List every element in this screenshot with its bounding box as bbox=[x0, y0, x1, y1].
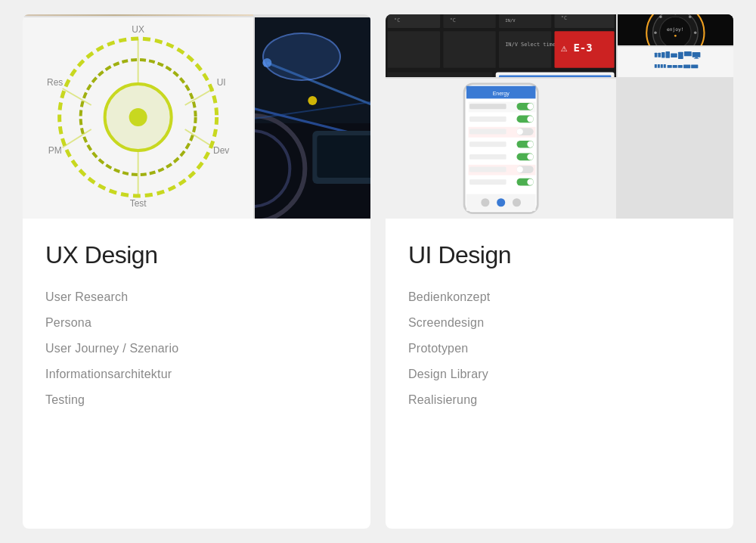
svg-text:Res: Res bbox=[47, 77, 63, 88]
ui-card-title: UI Design bbox=[408, 241, 711, 269]
svg-point-203 bbox=[527, 141, 533, 147]
svg-text:Energy: Energy bbox=[493, 92, 510, 98]
svg-point-163 bbox=[674, 35, 677, 37]
ui-image-mobile-app: Energy bbox=[386, 79, 616, 219]
ui-list-item-2[interactable]: Screendesign bbox=[408, 316, 711, 330]
ux-card-title: UX Design bbox=[45, 241, 348, 269]
svg-rect-213 bbox=[469, 180, 507, 185]
ux-list-item-3[interactable]: User Journey / Szenario bbox=[45, 342, 348, 355]
svg-rect-175 bbox=[655, 64, 657, 68]
svg-text:Dev: Dev bbox=[213, 145, 229, 156]
svg-rect-178 bbox=[664, 64, 666, 68]
svg-rect-173 bbox=[696, 57, 699, 57]
ui-design-card: ↑000.0 °C 00.0 ↑000.0 °C 00.0 ↑000.0 °C … bbox=[386, 14, 733, 529]
svg-rect-205 bbox=[469, 154, 507, 160]
svg-rect-179 bbox=[668, 65, 672, 68]
svg-rect-164 bbox=[650, 47, 701, 78]
svg-text:IN/V Select time: IN/V Select time bbox=[505, 42, 556, 48]
svg-text:°C: °C bbox=[394, 17, 400, 23]
svg-rect-110 bbox=[499, 31, 551, 68]
svg-rect-174 bbox=[694, 58, 699, 59]
ux-card-content: UX Design User Research Persona User Jou… bbox=[23, 219, 370, 529]
svg-rect-172 bbox=[692, 52, 701, 57]
ux-image-grid: UX UI Dev Test PM Res bbox=[23, 14, 370, 219]
svg-rect-166 bbox=[658, 52, 662, 57]
svg-point-159 bbox=[694, 31, 696, 33]
svg-rect-170 bbox=[678, 51, 683, 58]
ui-list-item-4[interactable]: Design Library bbox=[408, 368, 711, 381]
svg-text:°C: °C bbox=[450, 17, 456, 23]
svg-point-215 bbox=[527, 179, 533, 185]
ux-design-card: UX UI Dev Test PM Res bbox=[23, 14, 370, 529]
svg-rect-180 bbox=[673, 65, 677, 68]
svg-text:enjoy!: enjoy! bbox=[667, 26, 684, 33]
ui-image-device-icons bbox=[618, 47, 733, 78]
svg-rect-189 bbox=[469, 104, 507, 110]
svg-point-191 bbox=[527, 104, 533, 110]
svg-point-40 bbox=[129, 108, 147, 126]
svg-rect-181 bbox=[678, 65, 683, 68]
ui-list-item-1[interactable]: Bedienkonzept bbox=[408, 290, 711, 304]
svg-point-219 bbox=[513, 199, 521, 207]
svg-text:Test: Test bbox=[130, 198, 147, 209]
svg-point-158 bbox=[689, 16, 691, 18]
svg-rect-114 bbox=[388, 72, 493, 77]
ui-card-list: Bedienkonzept Screendesign Prototypen De… bbox=[408, 290, 711, 407]
svg-rect-183 bbox=[691, 64, 698, 68]
svg-rect-177 bbox=[661, 64, 663, 68]
svg-rect-176 bbox=[658, 64, 660, 68]
ui-card-content: UI Design Bedienkonzept Screendesign Pro… bbox=[386, 219, 733, 529]
svg-rect-167 bbox=[662, 52, 665, 57]
svg-rect-109 bbox=[443, 31, 495, 68]
svg-rect-193 bbox=[469, 116, 507, 122]
svg-rect-197 bbox=[469, 129, 507, 135]
ux-list-item-2[interactable]: Persona bbox=[45, 316, 348, 330]
ui-image-grid: ↑000.0 °C 00.0 ↑000.0 °C 00.0 ↑000.0 °C … bbox=[386, 14, 733, 219]
ux-list-item-4[interactable]: Informationsarchitektur bbox=[45, 368, 348, 381]
ux-image-workshop bbox=[23, 14, 253, 16]
svg-rect-201 bbox=[469, 142, 507, 147]
svg-text:IN/V: IN/V bbox=[505, 18, 516, 23]
svg-rect-209 bbox=[469, 167, 507, 172]
svg-text:UI: UI bbox=[217, 77, 226, 88]
ux-card-list: User Research Persona User Journey / Sze… bbox=[45, 290, 348, 407]
svg-rect-169 bbox=[671, 53, 678, 57]
ux-image-car bbox=[255, 17, 370, 219]
svg-text:⚠ E-3: ⚠ E-3 bbox=[561, 42, 593, 54]
svg-rect-165 bbox=[655, 52, 658, 57]
ui-image-dashboard: ↑000.0 °C 00.0 ↑000.0 °C 00.0 ↑000.0 °C … bbox=[386, 14, 616, 77]
svg-point-160 bbox=[659, 16, 662, 18]
svg-text:UX: UX bbox=[132, 24, 144, 35]
svg-point-217 bbox=[481, 199, 489, 207]
svg-point-62 bbox=[263, 58, 272, 67]
ui-list-item-5[interactable]: Realisierung bbox=[408, 393, 711, 407]
svg-rect-182 bbox=[683, 64, 690, 68]
svg-text:°C: °C bbox=[561, 15, 567, 21]
svg-text:PM: PM bbox=[48, 145, 62, 156]
svg-rect-130 bbox=[499, 76, 612, 78]
svg-rect-108 bbox=[388, 31, 440, 68]
svg-point-195 bbox=[527, 116, 533, 123]
svg-point-211 bbox=[516, 166, 522, 172]
svg-point-199 bbox=[516, 129, 522, 135]
ux-image-circle-diagram: UX UI Dev Test PM Res bbox=[23, 17, 253, 219]
svg-rect-168 bbox=[666, 51, 671, 58]
ux-list-item-5[interactable]: Testing bbox=[45, 393, 348, 407]
svg-rect-171 bbox=[684, 51, 692, 56]
svg-rect-66 bbox=[318, 135, 370, 178]
svg-point-207 bbox=[527, 154, 533, 160]
svg-point-218 bbox=[497, 199, 505, 207]
svg-point-161 bbox=[655, 31, 657, 33]
ux-list-item-1[interactable]: User Research bbox=[45, 290, 348, 304]
ui-list-item-3[interactable]: Prototypen bbox=[408, 342, 711, 355]
ui-image-knob: enjoy! bbox=[618, 14, 733, 45]
svg-point-64 bbox=[308, 96, 318, 105]
